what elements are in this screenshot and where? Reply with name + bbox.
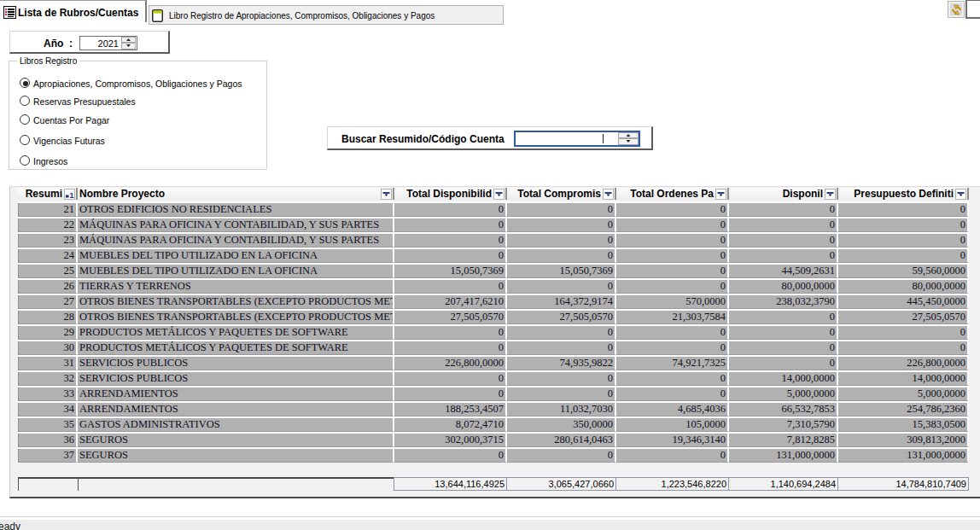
svg-text:1: 1 <box>70 191 74 200</box>
